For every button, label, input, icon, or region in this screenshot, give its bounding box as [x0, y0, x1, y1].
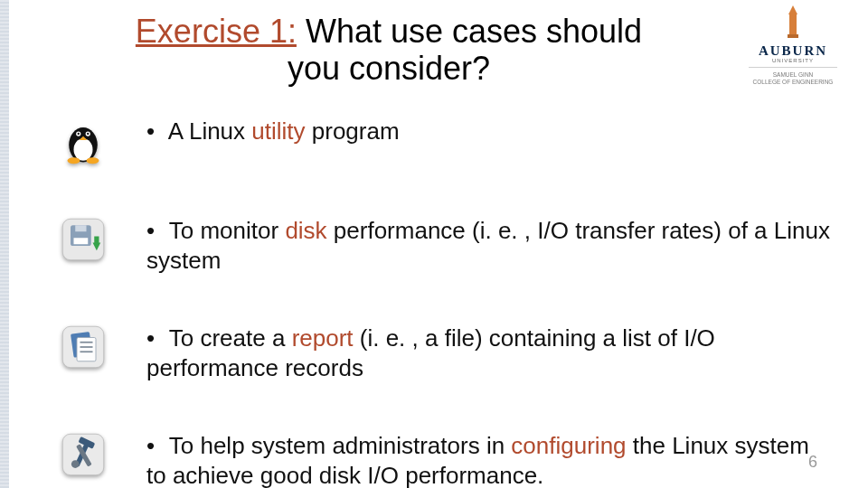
- svg-point-7: [78, 133, 80, 135]
- bullet-text: • To create a report (i. e. , a file) co…: [146, 320, 832, 382]
- svg-rect-17: [94, 237, 99, 245]
- title-rest-1: What use cases should: [297, 13, 642, 50]
- bullet-pre: To create a: [169, 324, 292, 352]
- bullet-text: • A Linux utility program: [146, 113, 832, 146]
- bullet-row: • To monitor disk performance (i. e. , I…: [56, 212, 832, 275]
- logo-name: AUBURN: [743, 43, 843, 59]
- svg-point-11: [87, 157, 99, 164]
- bullet-pre: To monitor: [169, 217, 286, 244]
- slide: AUBURN UNIVERSITY SAMUEL GINN COLLEGE OF…: [0, 0, 868, 488]
- slide-title: Exercise 1: What use cases should you co…: [104, 13, 674, 88]
- bullet-pre: To help system administrators in: [169, 432, 512, 459]
- logo-divider: [749, 67, 837, 68]
- svg-marker-1: [788, 5, 797, 14]
- disk-download-icon: [56, 212, 110, 267]
- svg-rect-2: [788, 34, 798, 38]
- svg-point-28: [71, 460, 80, 468]
- svg-point-8: [87, 133, 89, 135]
- documents-icon: [56, 320, 110, 374]
- svg-rect-20: [77, 338, 96, 361]
- tools-icon: [56, 427, 110, 482]
- bullet-highlight: configuring: [511, 432, 626, 459]
- bullet-highlight: disk: [285, 217, 326, 244]
- left-rail-decoration: [0, 0, 9, 488]
- university-logo: AUBURN UNIVERSITY SAMUEL GINN COLLEGE OF…: [743, 5, 843, 86]
- page-number: 6: [808, 453, 817, 472]
- bullet-row: • To create a report (i. e. , a file) co…: [56, 320, 832, 382]
- bullet-row: • A Linux utility program: [56, 113, 832, 167]
- logo-college-line2: COLLEGE OF ENGINEERING: [743, 79, 843, 86]
- svg-rect-0: [789, 14, 797, 34]
- bullet-text: • To monitor disk performance (i. e. , I…: [146, 212, 832, 275]
- linux-penguin-icon: [56, 113, 110, 167]
- bullet-post: program: [306, 117, 400, 145]
- bullet-row: • To help system administrators in confi…: [56, 427, 832, 488]
- logo-college-line1: SAMUEL GINN: [743, 71, 843, 79]
- title-line2: you consider?: [288, 50, 490, 87]
- svg-rect-14: [75, 225, 86, 231]
- title-accent: Exercise 1:: [136, 13, 297, 50]
- bullet-highlight: utility: [251, 117, 305, 145]
- svg-rect-15: [74, 238, 89, 244]
- svg-point-10: [68, 157, 80, 164]
- bullet-highlight: report: [292, 324, 354, 352]
- bullet-list: • A Linux utility program • To monitor d…: [56, 113, 832, 488]
- bullet-pre: A Linux: [168, 117, 252, 145]
- tower-icon: [783, 5, 803, 38]
- svg-point-4: [74, 138, 93, 161]
- bullet-text: • To help system administrators in confi…: [146, 427, 832, 488]
